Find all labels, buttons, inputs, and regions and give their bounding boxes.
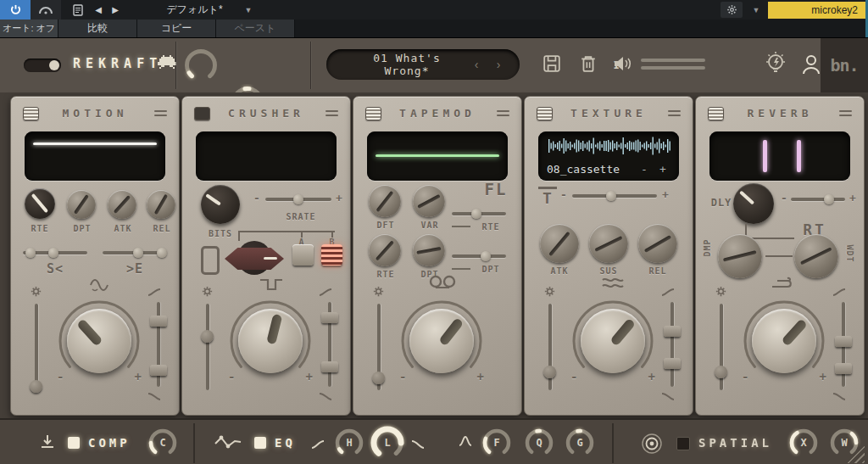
- preset-prev-arrow[interactable]: ‹: [465, 58, 487, 71]
- crusher-menu-icon[interactable]: [326, 110, 338, 119]
- texture-waveform: [547, 135, 670, 157]
- reverb-main-knob[interactable]: - +: [740, 297, 828, 385]
- tapemod-flutter-rate-label: RTE: [474, 222, 508, 232]
- paste-button[interactable]: ペースト: [216, 20, 295, 37]
- crusher-mode-knob[interactable]: [225, 241, 284, 278]
- motion-amount-slider[interactable]: [35, 304, 38, 390]
- reverb-time-slider[interactable]: [791, 198, 845, 201]
- crusher-mode-b-button[interactable]: [321, 244, 342, 266]
- shelf-up-icon: [832, 285, 847, 300]
- delete-preset-button[interactable]: [580, 53, 597, 77]
- crusher-amount-slider[interactable]: [206, 304, 209, 390]
- tapemod-flutter-rate-slider[interactable]: [452, 212, 506, 215]
- texture-attack-knob[interactable]: [540, 224, 579, 263]
- output-volume-button[interactable]: [612, 55, 632, 75]
- rekraft-plugin: REKRAFT I O M 01 What's Wrong* ‹ ›: [0, 37, 868, 464]
- device-dropdown-button[interactable]: ▼: [748, 2, 765, 18]
- device-tab[interactable]: microkey2: [768, 2, 866, 19]
- tips-button[interactable]: [763, 50, 788, 81]
- motion-range-slider[interactable]: [157, 302, 160, 387]
- tapemod-menu-icon[interactable]: [497, 110, 509, 119]
- tapemod-flutter-depth-slider[interactable]: [452, 254, 506, 258]
- tapemod-amount-slider[interactable]: [377, 304, 381, 390]
- volume-meter[interactable]: [641, 59, 705, 74]
- tapemod-drift-knob[interactable]: [369, 185, 401, 217]
- motion-rate-knob[interactable]: [25, 188, 55, 219]
- lowpass-icon: [410, 438, 426, 453]
- motion-menu-icon[interactable]: [154, 110, 167, 119]
- crusher-display: [196, 131, 337, 181]
- comp-amount-knob[interactable]: C: [146, 426, 180, 460]
- spatial-x-knob[interactable]: X: [787, 426, 821, 460]
- eq-highpass-knob[interactable]: H: [332, 426, 366, 460]
- motion-depth-label: DPT: [65, 224, 99, 233]
- preset-prev-button[interactable]: ◀: [90, 0, 107, 20]
- crusher-range-slider[interactable]: [328, 302, 331, 387]
- crusher-bits-knob[interactable]: [201, 185, 240, 224]
- crusher-mode-bracket: [238, 231, 335, 241]
- copy-button[interactable]: コピー: [137, 20, 216, 37]
- eq-enable-checkbox[interactable]: [254, 437, 266, 449]
- automation-mode-button[interactable]: オート: オフ: [0, 20, 58, 37]
- plugin-bypass-toggle[interactable]: [24, 59, 61, 72]
- comp-enable-checkbox[interactable]: [68, 437, 80, 449]
- reverb-menu-icon[interactable]: [839, 110, 852, 119]
- texture-settings-gear-icon[interactable]: [543, 285, 556, 301]
- preset-browser[interactable]: 01 What's Wrong* ‹ ›: [326, 49, 520, 80]
- motion-settings-gear-icon[interactable]: [30, 285, 42, 301]
- reverb-delay-knob[interactable]: [733, 183, 774, 224]
- crusher-main-knob[interactable]: - +: [226, 297, 314, 385]
- texture-range-slider[interactable]: [670, 302, 674, 387]
- daw-settings-button[interactable]: [721, 2, 743, 18]
- tapemod-rate-knob[interactable]: [369, 234, 401, 266]
- eq-gain-knob[interactable]: G: [563, 426, 597, 460]
- save-preset-button[interactable]: [542, 53, 561, 77]
- event-bypass-button[interactable]: [31, 0, 61, 20]
- texture-amount-slider[interactable]: [548, 304, 552, 390]
- eq-lowpass-knob[interactable]: L: [368, 423, 407, 462]
- texture-menu-icon[interactable]: [668, 110, 681, 119]
- compare-button[interactable]: 比較: [58, 20, 137, 37]
- plugin-power-button[interactable]: [0, 0, 31, 20]
- reverb-damp-knob[interactable]: [718, 234, 762, 278]
- eq-q-knob[interactable]: Q: [522, 426, 556, 460]
- motion-release-knob[interactable]: [147, 190, 175, 219]
- texture-prev-sample-button[interactable]: -: [635, 163, 654, 176]
- motion-main-knob[interactable]: - +: [55, 297, 143, 385]
- motion-attack-knob[interactable]: [108, 190, 136, 219]
- reverb-range-slider[interactable]: [842, 302, 845, 387]
- daw-preset-select[interactable]: デフォルト* ▼: [129, 0, 290, 20]
- target-icon: [641, 433, 663, 458]
- reverb-amount-slider[interactable]: [720, 304, 723, 390]
- texture-tune-slider[interactable]: [572, 194, 657, 198]
- spatial-enable-checkbox[interactable]: [676, 437, 690, 450]
- daw-host-bar: ◀ ▶ デフォルト* ▼ オート: オフ 比較 コピー ペースト ▼ micro…: [0, 0, 868, 37]
- tapemod-settings-gear-icon[interactable]: [372, 285, 385, 301]
- crusher-settings-gear-icon[interactable]: [201, 285, 214, 301]
- reverb-settings-gear-icon[interactable]: [715, 285, 727, 301]
- preset-file-button[interactable]: [66, 0, 90, 20]
- account-button[interactable]: [801, 53, 821, 79]
- reverb-width-knob[interactable]: [794, 234, 838, 278]
- preset-next-arrow[interactable]: ›: [487, 58, 509, 71]
- babyaudio-logo-panel[interactable]: bn.: [821, 38, 868, 92]
- crusher-mode-a-button[interactable]: [292, 244, 314, 266]
- compressor-icon: [39, 433, 56, 454]
- tapemod-display: [367, 131, 508, 181]
- motion-depth-knob[interactable]: [67, 190, 96, 219]
- texture-release-knob[interactable]: [638, 224, 677, 263]
- tapemod-depth-knob[interactable]: [413, 234, 445, 266]
- motion-start-slider[interactable]: [23, 251, 87, 254]
- crusher-srate-slider[interactable]: [265, 198, 331, 201]
- texture-next-sample-button[interactable]: +: [654, 163, 672, 176]
- motion-end-label: >E: [116, 261, 153, 277]
- preset-next-button[interactable]: ▶: [107, 0, 124, 20]
- texture-main-knob[interactable]: - +: [569, 297, 657, 385]
- plugin-header: REKRAFT I O M 01 What's Wrong* ‹ ›: [0, 38, 868, 94]
- tapemod-variance-knob[interactable]: [413, 185, 445, 217]
- texture-sustain-knob[interactable]: [589, 224, 628, 263]
- motion-end-slider[interactable]: [103, 251, 167, 254]
- eq-freq-knob[interactable]: F: [480, 426, 514, 460]
- crusher-srate-label: SRATE: [275, 212, 326, 221]
- tapemod-main-knob[interactable]: - +: [398, 297, 486, 385]
